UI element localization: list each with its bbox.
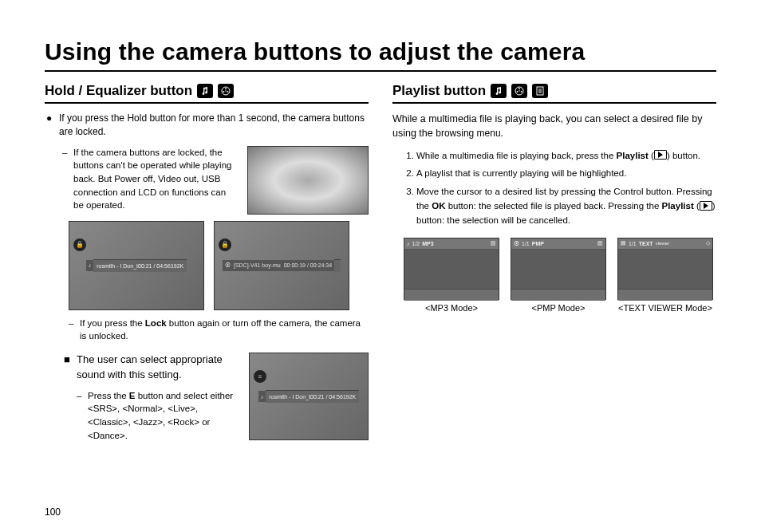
step-1: While a multimedia file is playing back,…: [416, 149, 716, 164]
track-name: rosmith - I Don_t: [97, 263, 138, 269]
lock-screenshots: ♪ 🔒 rosmith - I Don_t 00:21 / 04:56 192K…: [69, 221, 369, 310]
lock-icon: 🔒: [73, 238, 87, 252]
equalizer-icon: ≡: [253, 369, 267, 384]
heading-text: Hold / Equalizer button: [45, 83, 192, 99]
playlist-intro: While a multimedia file is playing back,…: [392, 112, 716, 141]
equalizer-bullet: The user can select appropriate sound wi…: [62, 353, 239, 383]
pmp-mode-card: ⦿1/1PMP▥ <PMP Mode>: [511, 238, 606, 313]
svg-point-3: [227, 91, 229, 93]
video-locked-screenshot: ⦿ [SDC]-V41 boy-mu 00:00:19 / 00:24:34 🔒: [214, 221, 349, 310]
unlock-note: If you press the Lock button again or tu…: [69, 317, 369, 343]
page-title: Using the camera buttons to adjust the c…: [45, 38, 716, 72]
svg-point-6: [519, 88, 520, 89]
right-column: Playlist button While a multimedia file …: [392, 83, 716, 449]
svg-point-2: [223, 91, 225, 93]
lock-description: If the camera buttons are locked, the bu…: [62, 146, 238, 212]
music-note-icon: [197, 84, 213, 98]
track-time: 00:21 / 04:56: [138, 263, 171, 269]
mode-thumbnails: ♪1/2MP3▥ <MP3 Mode> ⦿1/1PMP▥ <PMP Mode> …: [404, 238, 716, 313]
content-columns: Hold / Equalizer button If you press the…: [45, 83, 716, 449]
mp3-mode-card: ♪1/2MP3▥ <MP3 Mode>: [404, 238, 499, 313]
step-2: A playlist that is currently playing wil…: [416, 167, 716, 181]
lock-description-row: If the camera buttons are locked, the bu…: [62, 146, 369, 215]
camera-top-photo: [247, 146, 369, 215]
text-mode-label: <TEXT VIEWER Mode>: [617, 303, 713, 313]
equalizer-options: Press the E button and select either <SR…: [77, 389, 239, 443]
pmp-mode-thumb: ⦿1/1PMP▥: [511, 238, 606, 300]
reel-icon: [511, 84, 527, 98]
equalizer-screenshot: ♪ ≡ rosmith - I Don_t 00:21 / 04:56 192K: [249, 353, 369, 440]
heading-text: Playlist button: [392, 83, 486, 99]
eq-track-time: 00:21 / 04:56: [310, 394, 343, 400]
eq-track-name: rosmith - I Don_t: [269, 394, 310, 400]
left-column: Hold / Equalizer button If you press the…: [45, 83, 369, 449]
playlist-heading: Playlist button: [392, 83, 716, 104]
text-mode-card: ▤1/1TEXTviewer◇ <TEXT VIEWER Mode>: [617, 238, 713, 313]
svg-point-7: [517, 91, 519, 93]
music-note-icon: [491, 84, 507, 98]
reel-icon: [218, 84, 234, 98]
hold-bullet: If you press the Hold button for more th…: [45, 112, 369, 140]
track-bitrate: 192K: [171, 263, 183, 269]
hold-equalizer-heading: Hold / Equalizer button: [45, 83, 369, 104]
document-icon: [532, 84, 548, 98]
pmp-mode-label: <PMP Mode>: [511, 303, 606, 313]
video-time: 00:00:19 / 00:24:34: [284, 262, 332, 268]
playlist-steps: While a multimedia file is playing back,…: [392, 149, 716, 228]
step-3: Move the cursor to a desired list by pre…: [416, 185, 716, 227]
text-mode-thumb: ▤1/1TEXTviewer◇: [617, 238, 713, 300]
equalizer-row: The user can select appropriate sound wi…: [62, 353, 369, 442]
mp3-mode-thumb: ♪1/2MP3▥: [404, 238, 499, 300]
mp3-mode-label: <MP3 Mode>: [404, 303, 499, 313]
svg-point-9: [519, 90, 520, 92]
lock-icon: 🔒: [218, 238, 232, 252]
eq-track-bitrate: 192K: [343, 394, 356, 400]
mp3-locked-screenshot: ♪ 🔒 rosmith - I Don_t 00:21 / 04:56 192K: [69, 221, 204, 310]
video-title: [SDC]-V41 boy-mu: [234, 262, 281, 268]
play-icon: [654, 150, 667, 160]
page-number: 100: [45, 506, 61, 518]
svg-point-8: [521, 91, 522, 93]
play-icon: [700, 201, 712, 211]
svg-point-1: [225, 88, 227, 89]
svg-point-4: [225, 90, 227, 92]
